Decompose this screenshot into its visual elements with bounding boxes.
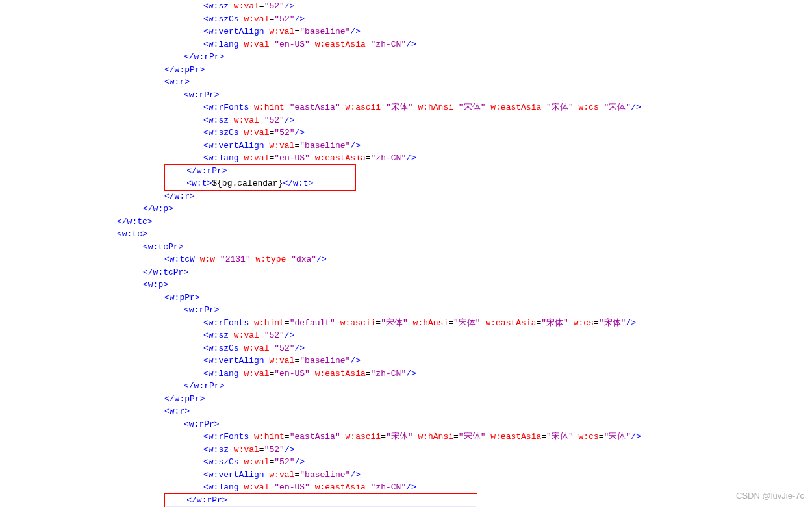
code-line: </w:rPr> bbox=[0, 51, 812, 64]
code-line: <w:lang w:val="en-US" w:eastAsia="zh-CN"… bbox=[0, 367, 812, 380]
code-line: <w:tcPr> bbox=[0, 241, 812, 254]
code-line: <w:lang w:val="en-US" w:eastAsia="zh-CN"… bbox=[0, 481, 812, 494]
code-line: <w:lang w:val="en-US" w:eastAsia="zh-CN"… bbox=[0, 152, 812, 165]
code-line: </w:rPr> bbox=[0, 380, 812, 393]
code-line: <w:r> bbox=[0, 76, 812, 89]
code-line: <w:szCs w:val="52"/> bbox=[0, 13, 812, 26]
code-line: <w:sz w:val="52"/> bbox=[0, 329, 812, 342]
code-line: <w:szCs w:val="52"/> bbox=[0, 342, 812, 355]
code-line: <w:vertAlign w:val="baseline"/> bbox=[0, 469, 812, 482]
code-line: </w:tcPr> bbox=[0, 266, 812, 279]
code-line: <w:szCs w:val="52"/> bbox=[0, 456, 812, 469]
highlight-box: </w:rPr> <w:t>${(bg.date)?string('yyyy年M… bbox=[164, 493, 477, 508]
code-line: </w:r> bbox=[0, 190, 812, 203]
code-line: <w:p> bbox=[0, 278, 812, 291]
code-line: <w:tcW w:w="2131" w:type="dxa"/> bbox=[0, 253, 812, 266]
code-line: <w:sz w:val="52"/> bbox=[0, 0, 812, 13]
code-line: <w:vertAlign w:val="baseline"/> bbox=[0, 354, 812, 367]
code-line: <w:szCs w:val="52"/> bbox=[0, 127, 812, 140]
code-line: </w:tc> bbox=[0, 216, 812, 229]
code-line: <w:rPr> bbox=[0, 304, 812, 317]
code-line: </w:p> bbox=[0, 203, 812, 216]
code-line: <w:pPr> bbox=[0, 291, 812, 304]
code-line: <w:vertAlign w:val="baseline"/> bbox=[0, 140, 812, 153]
code-line: </w:rPr> <w:t>${bg.calendar}</w:t> bbox=[0, 165, 812, 190]
code-line: <w:vertAlign w:val="baseline"/> bbox=[0, 25, 812, 38]
code-line: <w:sz w:val="52"/> bbox=[0, 443, 812, 456]
xml-code-block: <w:sz w:val="52"/> <w:szCs w:val="52"/> … bbox=[0, 0, 812, 507]
highlight-box: </w:rPr> <w:t>${bg.calendar}</w:t> bbox=[164, 164, 356, 191]
code-line: </w:rPr> <w:t>${(bg.date)?string('yyyy年M… bbox=[0, 494, 812, 508]
code-line: <w:rFonts w:hint="eastAsia" w:ascii="宋体"… bbox=[0, 430, 812, 443]
watermark-text: CSDN @luvJie-7c bbox=[736, 489, 804, 502]
code-line: <w:rFonts w:hint="eastAsia" w:ascii="宋体"… bbox=[0, 101, 812, 114]
code-line: <w:lang w:val="en-US" w:eastAsia="zh-CN"… bbox=[0, 38, 812, 51]
code-line: <w:tc> bbox=[0, 228, 812, 241]
code-line: <w:rFonts w:hint="default" w:ascii="宋体" … bbox=[0, 317, 812, 330]
code-line: <w:rPr> bbox=[0, 89, 812, 102]
code-line: <w:rPr> bbox=[0, 418, 812, 431]
code-line: <w:r> bbox=[0, 405, 812, 418]
code-line: <w:sz w:val="52"/> bbox=[0, 114, 812, 127]
code-line: </w:pPr> bbox=[0, 64, 812, 77]
code-line: </w:pPr> bbox=[0, 393, 812, 406]
